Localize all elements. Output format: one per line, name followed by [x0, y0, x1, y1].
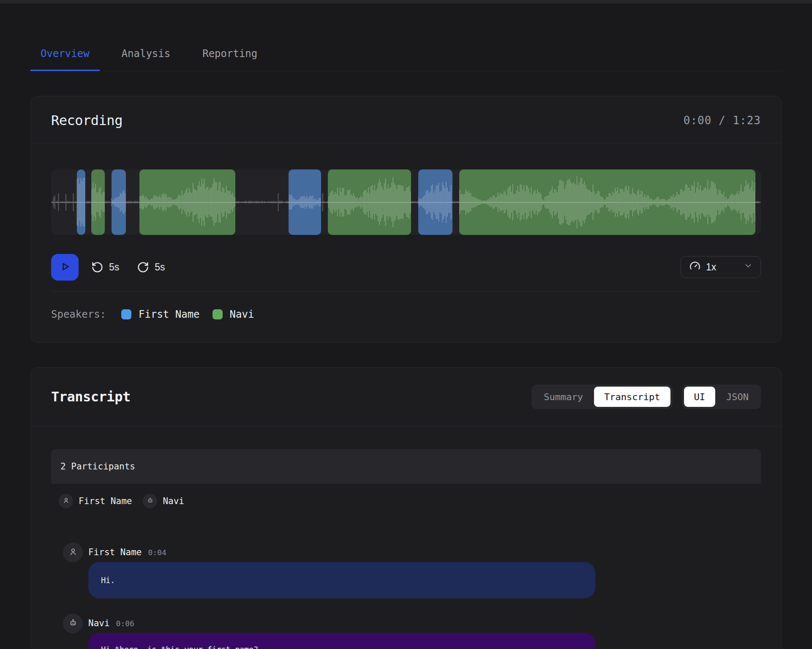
forward-5s-button[interactable]: 5s: [137, 261, 165, 273]
participants-header: 2 Participants: [51, 449, 761, 484]
playback-speed-select[interactable]: 1x: [681, 256, 761, 278]
speakers-label: Speakers:: [51, 308, 106, 320]
toggle-ui[interactable]: UI: [684, 387, 716, 407]
recording-card-header: Recording 0:00 / 1:23: [31, 96, 781, 143]
message-avatar: [63, 614, 83, 633]
gauge-icon: [689, 260, 700, 274]
message-speaker: Navi: [88, 617, 110, 629]
speed-value: 1x: [706, 262, 716, 273]
play-button[interactable]: [51, 254, 79, 281]
message-first-name: First Name 0:04 Hi.: [63, 543, 761, 598]
transcript-title: Transcript: [51, 389, 131, 405]
chevron-down-icon: [744, 261, 753, 273]
toggle-json[interactable]: JSON: [716, 387, 759, 407]
legend-item-navi: Navi: [213, 308, 254, 320]
speaker-name: First Name: [139, 308, 200, 320]
person-icon: [63, 497, 70, 506]
toggle-summary[interactable]: Summary: [534, 387, 593, 407]
participant-avatar: [143, 494, 157, 508]
message-timestamp: 0:06: [116, 618, 134, 630]
message-speaker: First Name: [88, 546, 142, 558]
waveform-trace: [51, 169, 761, 235]
message-bubble: Hi.: [88, 562, 595, 598]
transcript-card-header: Transcript Summary Transcript UI JSON: [31, 368, 781, 426]
person-icon: [68, 547, 78, 558]
participants-panel: 2 Participants First Name Navi: [51, 449, 761, 519]
rewind-label: 5s: [109, 262, 119, 273]
play-icon: [59, 260, 71, 274]
tab-overview[interactable]: Overview: [30, 38, 100, 71]
speaker-name: Navi: [230, 308, 254, 320]
message-navi: Navi 0:06 Hi there, is this your first n…: [63, 614, 761, 649]
message-timestamp: 0:04: [148, 547, 166, 559]
speakers-legend: Speakers: First Name Navi: [51, 292, 761, 320]
forward-label: 5s: [155, 262, 165, 273]
participant-name: First Name: [79, 496, 132, 506]
rewind-icon: [91, 261, 104, 273]
rewind-5s-button[interactable]: 5s: [91, 261, 119, 273]
participants-row: First Name Navi: [51, 484, 761, 519]
waveform-seekbar[interactable]: [51, 169, 761, 235]
speaker-swatch-first-name: [121, 309, 131, 319]
playback-time: 0:00 / 1:23: [684, 114, 761, 127]
participant-avatar: [59, 494, 73, 508]
forward-icon: [137, 261, 149, 273]
robot-icon: [147, 497, 154, 506]
message-list: First Name 0:04 Hi. Navi 0:06: [51, 543, 761, 649]
legend-item-first-name: First Name: [121, 308, 200, 320]
message-header: Navi 0:06: [88, 614, 761, 630]
transcript-toggles: Summary Transcript UI JSON: [531, 384, 761, 409]
recording-title: Recording: [51, 112, 123, 128]
speaker-swatch-navi: [213, 309, 223, 319]
top-header-edge: [0, 0, 812, 3]
message-header: First Name 0:04: [88, 543, 761, 559]
robot-icon: [68, 618, 78, 629]
message-avatar: [63, 543, 83, 562]
recording-card: Recording 0:00 / 1:23 5s: [30, 96, 782, 343]
participant-name: Navi: [163, 496, 184, 506]
tab-bar: Overview Analysis Reporting: [30, 38, 782, 71]
tab-analysis[interactable]: Analysis: [112, 38, 181, 71]
playback-controls: 5s 5s 1x: [51, 254, 761, 281]
tab-reporting[interactable]: Reporting: [192, 38, 267, 71]
transcript-card: Transcript Summary Transcript UI JSON 2 …: [30, 367, 782, 649]
message-bubble: Hi there, is this your first name?: [88, 633, 595, 649]
toggle-transcript[interactable]: Transcript: [594, 387, 670, 407]
view-toggle-group: Summary Transcript: [531, 384, 672, 409]
format-toggle-group: UI JSON: [682, 384, 761, 409]
